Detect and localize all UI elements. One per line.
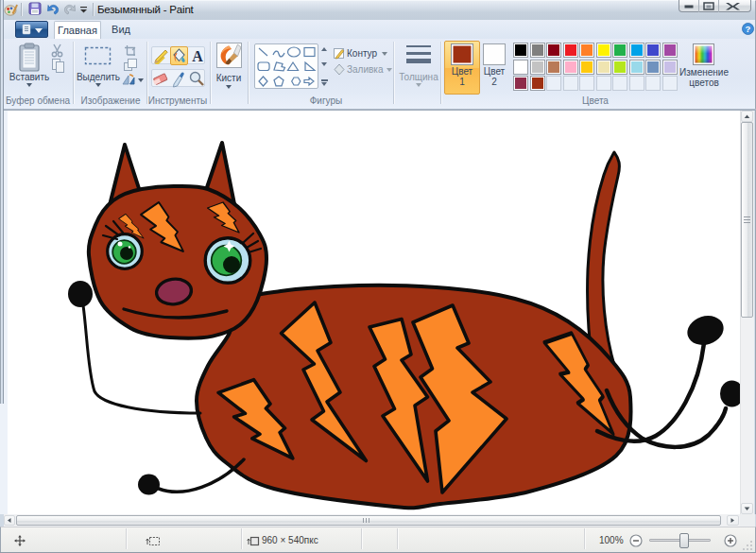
- svg-text:?: ?: [746, 24, 751, 34]
